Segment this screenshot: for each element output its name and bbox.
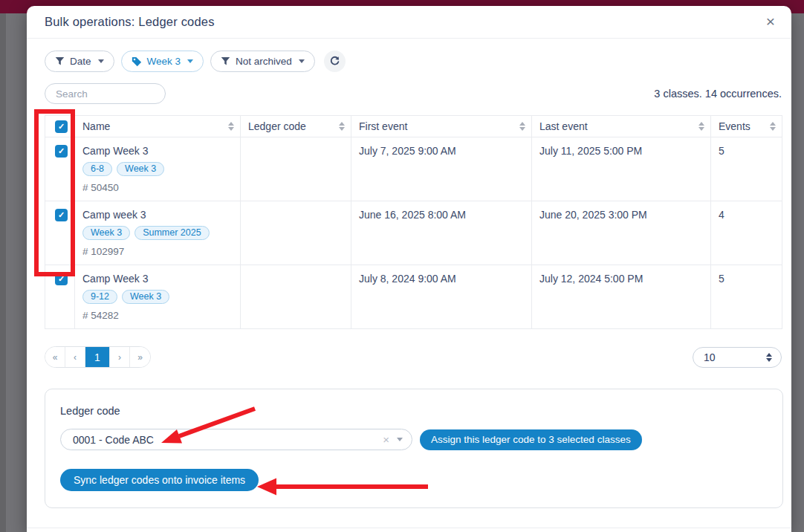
modal-header: Bulk operations: Ledger codes × (27, 6, 791, 39)
class-name: Camp Week 3 (82, 145, 233, 157)
first-event-cell: July 7, 2025 9:00 AM (351, 137, 532, 201)
sort-icon (770, 122, 776, 131)
chevron-down-icon (98, 59, 104, 63)
search-input[interactable] (45, 83, 166, 104)
chevron-down-icon (397, 438, 403, 441)
search-row: 3 classes. 14 occurrences. (45, 83, 782, 104)
checkbox-cell: ✓ (45, 265, 75, 329)
events-count-cell: 5 (711, 265, 782, 329)
filter-archived-label: Not archived (236, 56, 292, 67)
pager: « ‹ 1 › » (45, 346, 151, 368)
column-header-name[interactable]: Name (75, 116, 241, 137)
chevron-down-icon (299, 59, 305, 63)
column-header-last-event[interactable]: Last event (532, 116, 711, 137)
background-page-edge (0, 13, 6, 532)
page-size-value: 10 (704, 351, 716, 363)
modal-title: Bulk operations: Ledger codes (45, 15, 215, 29)
close-icon[interactable]: × (766, 13, 775, 29)
table-row: ✓ Camp Week 3 6-8 Week 3 # 50450 July 7,… (45, 137, 782, 201)
spinner-arrows-icon (766, 353, 772, 362)
class-tag: Summer 2025 (134, 226, 210, 240)
name-cell: Camp Week 3 6-8 Week 3 # 50450 (75, 137, 241, 201)
class-tag: 9-12 (82, 290, 117, 304)
funnel-icon (221, 56, 230, 66)
funnel-icon (55, 56, 65, 66)
first-event-cell: June 16, 2025 8:00 AM (351, 201, 532, 265)
select-all-checkbox[interactable]: ✓ (55, 120, 68, 133)
refresh-icon (329, 56, 340, 67)
sort-icon (519, 122, 525, 131)
ledger-code-select[interactable]: 0001 - Code ABC × (60, 429, 412, 450)
class-id: # 54282 (82, 310, 233, 321)
sync-ledger-codes-button[interactable]: Sync ledger codes onto invoice items (60, 469, 259, 491)
clear-selection-icon[interactable]: × (383, 433, 389, 446)
row-checkbox[interactable]: ✓ (55, 273, 68, 285)
events-count-cell: 4 (711, 201, 782, 265)
classes-table: ✓ Name Ledger code First event Last even… (45, 115, 782, 329)
last-event-cell: July 12, 2024 5:00 PM (532, 265, 711, 329)
ledger-code-cell (241, 265, 351, 329)
last-event-cell: June 20, 2025 3:00 PM (532, 201, 711, 265)
next-page-button[interactable]: › (110, 347, 130, 367)
sort-icon (339, 122, 345, 131)
select-all-header: ✓ (45, 116, 75, 137)
column-header-ledger-code[interactable]: Ledger code (241, 116, 351, 137)
modal-body: Date Week 3 Not archived (27, 39, 791, 508)
events-count-cell: 5 (711, 137, 782, 201)
ledger-code-cell (241, 137, 351, 201)
last-event-cell: July 11, 2025 5:00 PM (532, 137, 711, 201)
sort-icon (698, 122, 704, 131)
class-tag: Week 3 (122, 290, 169, 304)
current-page-button[interactable]: 1 (85, 347, 110, 367)
ledger-code-panel: Ledger code 0001 - Code ABC × Assign thi… (45, 389, 783, 508)
class-tag: 6-8 (82, 162, 112, 176)
table-header-row: ✓ Name Ledger code First event Last even… (45, 116, 782, 137)
column-header-first-event[interactable]: First event (351, 116, 532, 137)
ledger-code-cell (241, 201, 351, 265)
ledger-code-label: Ledger code (60, 405, 768, 417)
class-name: Camp week 3 (82, 209, 233, 221)
filter-row: Date Week 3 Not archived (45, 51, 782, 72)
class-name: Camp Week 3 (82, 273, 233, 285)
filter-date-button[interactable]: Date (45, 51, 114, 72)
row-checkbox[interactable]: ✓ (55, 145, 68, 158)
classes-table-wrap: ✓ Name Ledger code First event Last even… (45, 115, 782, 329)
name-cell: Camp week 3 Week 3 Summer 2025 # 102997 (75, 201, 241, 265)
annotation-arrow-sync (257, 479, 428, 496)
last-page-button[interactable]: » (130, 347, 150, 367)
row-checkbox[interactable]: ✓ (55, 209, 68, 221)
name-cell: Camp Week 3 9-12 Week 3 # 54282 (75, 265, 241, 329)
class-tag: Week 3 (117, 162, 164, 176)
class-id: # 102997 (82, 246, 233, 257)
filter-week-label: Week 3 (147, 56, 181, 67)
assign-ledger-code-button[interactable]: Assign this ledger code to 3 selected cl… (420, 429, 642, 450)
first-page-button[interactable]: « (45, 347, 65, 367)
chevron-down-icon (187, 59, 193, 63)
class-tag: Week 3 (82, 226, 130, 240)
table-row: ✓ Camp week 3 Week 3 Summer 2025 # 10299… (45, 201, 782, 265)
filter-date-label: Date (70, 56, 91, 67)
column-header-events[interactable]: Events (711, 116, 782, 137)
prev-page-button[interactable]: ‹ (65, 347, 85, 367)
pagination-row: « ‹ 1 › » 10 (45, 346, 782, 368)
filter-archived-button[interactable]: Not archived (210, 51, 315, 72)
first-event-cell: July 8, 2024 9:00 AM (351, 265, 532, 329)
ledger-select-row: 0001 - Code ABC × Assign this ledger cod… (60, 429, 768, 450)
table-row: ✓ Camp Week 3 9-12 Week 3 # 54282 July 8… (45, 265, 782, 329)
ledger-code-select-value: 0001 - Code ABC (73, 434, 383, 446)
sort-icon (228, 122, 234, 131)
filter-week-button[interactable]: Week 3 (121, 51, 204, 72)
page-size-select[interactable]: 10 (693, 347, 782, 368)
refresh-button[interactable] (324, 51, 346, 72)
tag-icon (132, 56, 142, 67)
bulk-operations-modal: Bulk operations: Ledger codes × Date Wee… (27, 6, 791, 532)
checkbox-cell: ✓ (45, 201, 75, 265)
checkbox-cell: ✓ (45, 137, 75, 201)
modal-footer: Close (27, 528, 791, 532)
results-summary: 3 classes. 14 occurrences. (654, 88, 782, 100)
class-id: # 50450 (82, 182, 233, 193)
